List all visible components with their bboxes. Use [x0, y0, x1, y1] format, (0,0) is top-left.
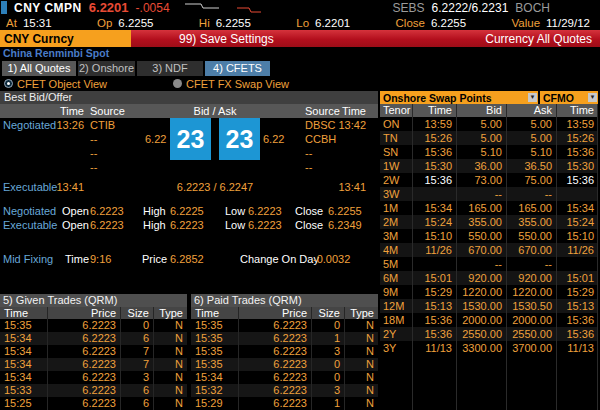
stat-value-date: Value11/29/12: [511, 17, 589, 29]
swap-row[interactable]: 12M15:131530.001530.5015:13: [380, 299, 598, 313]
swap-cell-ask: 1220.00: [507, 285, 557, 299]
executable-quote: 6.2223 / 6.2247: [150, 180, 280, 194]
chevron-down-icon[interactable]: ▼: [588, 93, 597, 102]
tab-cfets[interactable]: 4) CFETS: [205, 61, 270, 76]
swap-row[interactable]: 3W----: [380, 187, 598, 201]
trade-cell: 15:34: [0, 332, 48, 345]
swap-cell-tenor: 9M: [380, 285, 413, 299]
chevron-down-icon[interactable]: ▼: [528, 93, 537, 102]
bbo-column-headers: Time Source Bid / Ask Source Time: [0, 104, 378, 118]
trade-cell: N: [345, 397, 378, 410]
trade-row[interactable]: 15:356.22230N: [0, 319, 187, 332]
swap-cell-ask: 2000.00: [507, 313, 557, 327]
swap-source-dropdown[interactable]: CFMO ▼: [540, 91, 598, 104]
low-label: Low: [225, 204, 245, 218]
tab-ndf[interactable]: 3) NDF: [137, 61, 203, 76]
swap-cell-tenor: ON: [380, 117, 413, 131]
swap-row[interactable]: 1W15:3036.0036.5015:30: [380, 159, 598, 173]
swap-cell-time2: 15:26: [557, 131, 598, 145]
trade-row[interactable]: 15:326.22233N: [191, 384, 378, 397]
swap-row[interactable]: ON13:595.005.0013:59: [380, 117, 598, 131]
swap-row[interactable]: 3Y11/133300.003700.0011/13: [380, 341, 598, 355]
swap-cell-time1: 13:59: [413, 117, 457, 131]
radio-label: CFET FX Swap View: [186, 78, 289, 90]
ohlc-summary-row: At15:31 Op6.2255 Hi6.2255 Lo6.2201 Close…: [0, 15, 600, 30]
trade-cell: N: [345, 332, 378, 345]
swap-row[interactable]: 5M----: [380, 257, 598, 271]
trade-cell: 6: [121, 384, 154, 397]
stat-open: Op6.2255: [97, 17, 154, 29]
radio-cfet-fx-swap-view[interactable]: CFET FX Swap View: [173, 78, 289, 90]
trade-row[interactable]: 15:346.22233N: [0, 371, 187, 384]
open-value: 6.2223: [90, 204, 124, 218]
market-quote-group: SEBS 6.2222/6.2231 BOCH: [393, 1, 550, 15]
security-field[interactable]: CNY Curncy: [0, 30, 131, 47]
high-label: High: [143, 218, 166, 232]
swap-row[interactable]: 2M15:24355.00355.0015:24: [380, 215, 598, 229]
swap-row[interactable]: 2W15:3673.0075.0015:36: [380, 173, 598, 187]
swap-row[interactable]: 2Y15:362550.002550.0015:36: [380, 327, 598, 341]
swap-row[interactable]: 4M11/26670.00670.0011/26: [380, 243, 598, 257]
trade-row[interactable]: 15:336.22236N: [0, 384, 187, 397]
swap-row[interactable]: 18M15:362000.002000.0015:36: [380, 313, 598, 327]
col-price: Price: [239, 307, 312, 319]
radio-cfet-object-view[interactable]: CFET Object View: [4, 78, 107, 90]
trade-cell: 7: [121, 358, 154, 371]
tab-all-quotes[interactable]: 1) All Quotes: [2, 61, 76, 76]
swap-cell-bid: 2550.00: [457, 327, 507, 341]
trade-cell: 15:35: [191, 345, 239, 358]
swap-cell-time1: 15:36: [413, 327, 457, 341]
paid-trades-table: 6) Paid Trades (QRM) Time Price Size Typ…: [191, 294, 378, 410]
mid-fixing-label: Mid Fixing: [3, 252, 53, 267]
trade-row[interactable]: 15:356.22230N: [191, 358, 378, 371]
trade-cell: 15:34: [0, 358, 48, 371]
swap-cell-tenor: SN: [380, 145, 413, 159]
swap-cell-time1: 15:36: [413, 145, 457, 159]
swap-cell-tenor: 5M: [380, 257, 413, 271]
ask-pips-box[interactable]: 23: [219, 118, 260, 160]
swap-row[interactable]: 1M15:34165.00165.0015:34: [380, 201, 598, 215]
swap-cell-tenor: 1M: [380, 201, 413, 215]
low-label: Low: [225, 218, 245, 232]
panel-title: Best Bid/Offer: [0, 91, 378, 104]
swap-cell-ask: --: [507, 257, 557, 271]
swap-cell-bid: 73.00: [457, 173, 507, 187]
swap-row[interactable]: 6M15:01920.00920.0015:01: [380, 271, 598, 285]
stat-high: Hi6.2255: [199, 17, 251, 29]
trade-row[interactable]: 15:346.22236N: [0, 332, 187, 345]
bid-pips-box[interactable]: 23: [170, 118, 211, 160]
swap-panel-title-bar: Onshore Swap Points ▼: [380, 91, 538, 104]
trade-row[interactable]: 15:356.22230N: [191, 319, 378, 332]
swap-cell-time1: 15:30: [413, 159, 457, 173]
swap-row[interactable]: SN15:365.105.1015:36: [380, 145, 598, 159]
trade-row[interactable]: 15:356.22233N: [191, 345, 378, 358]
swap-row[interactable]: TN15:265.005.0015:26: [380, 131, 598, 145]
swap-cell-bid: 5.10: [457, 145, 507, 159]
swap-row[interactable]: 9M15:291220.001220.0015:29: [380, 285, 598, 299]
trade-row[interactable]: 15:296.22231N: [191, 397, 378, 410]
swap-cell-bid: 5.00: [457, 117, 507, 131]
trade-row[interactable]: 15:346.22237N: [0, 345, 187, 358]
paid-trades-title[interactable]: 6) Paid Trades (QRM): [191, 294, 378, 307]
tab-onshore[interactable]: 2) Onshore: [78, 61, 135, 76]
given-trades-title[interactable]: 5) Given Trades (QRM): [0, 294, 187, 307]
executable-time-left: 13:41: [50, 180, 84, 194]
negotiated-ask-source-2: CCBH: [305, 132, 336, 146]
swap-row[interactable]: 3M15:10550.00550.0015:10: [380, 229, 598, 243]
trade-cell: 15:35: [191, 332, 239, 345]
trade-cell: 6.2223: [48, 371, 121, 384]
trade-row[interactable]: 15:256.22236N: [0, 397, 187, 410]
swap-cell-tenor: 12M: [380, 299, 413, 313]
trade-row[interactable]: 15:346.22230N: [191, 371, 378, 384]
col-type: Type: [345, 307, 378, 319]
dash: --: [90, 132, 97, 146]
swap-cell-ask: --: [507, 187, 557, 201]
dash: --: [305, 146, 312, 160]
trade-row[interactable]: 15:346.22237N: [0, 358, 187, 371]
sparkline-icon: [181, 1, 277, 14]
best-bid-offer-panel: Best Bid/Offer Time Source Bid / Ask Sou…: [0, 91, 378, 410]
high-value: 6.2225: [170, 204, 204, 218]
col-size: Size: [312, 307, 345, 319]
save-settings-button[interactable]: 99) Save Settings: [131, 32, 274, 46]
trade-row[interactable]: 15:356.22231N: [191, 332, 378, 345]
